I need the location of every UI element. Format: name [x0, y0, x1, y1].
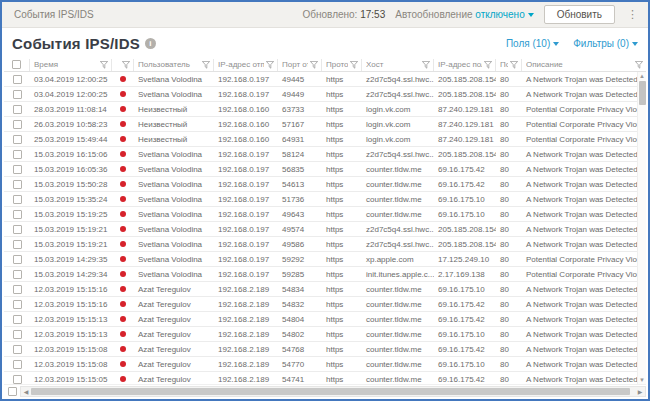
filter-icon[interactable]: [266, 61, 274, 69]
table-row[interactable]: 12.03.2019 15:15:13 Azat Teregulov 192.1…: [4, 312, 637, 327]
scroll-left-icon[interactable]: ◀: [21, 388, 31, 395]
filter-icon[interactable]: [122, 61, 130, 69]
table-row[interactable]: 12.03.2019 15:15:16 Azat Teregulov 192.1…: [4, 297, 637, 312]
table-row[interactable]: 15.03.2019 14:29:34 Svetlana Volodina 19…: [4, 267, 637, 282]
table-row[interactable]: 15.03.2019 14:29:35 Svetlana Volodina 19…: [4, 252, 637, 267]
horizontal-scrollbar-thumb[interactable]: [31, 388, 630, 395]
column-header-dst-ip[interactable]: IP-адрес получат...: [434, 59, 496, 71]
row-checkbox[interactable]: [13, 165, 22, 174]
vertical-scrollbar[interactable]: ▲ ▼: [637, 72, 646, 384]
cell-protocol: https: [322, 162, 362, 177]
cell-description: A Network Trojan was Detected: ET F: [522, 282, 637, 297]
row-checkbox[interactable]: [13, 330, 22, 339]
cell-time: 15.03.2019 14:29:34: [30, 267, 112, 282]
row-checkbox[interactable]: [13, 225, 22, 234]
filter-icon[interactable]: [422, 61, 430, 69]
autorefresh-control[interactable]: Автообновление отключено: [395, 9, 534, 20]
row-checkbox[interactable]: [13, 255, 22, 264]
table-row[interactable]: 15.03.2019 15:35:24 Svetlana Volodina 19…: [4, 192, 637, 207]
cell-status: [112, 327, 134, 342]
kebab-menu-icon[interactable]: ⋮: [625, 8, 640, 21]
row-checkbox[interactable]: [13, 135, 22, 144]
table-row[interactable]: 03.04.2019 12:00:25 Svetlana Volodina 19…: [4, 72, 637, 87]
row-checkbox[interactable]: [13, 120, 22, 129]
severity-dot-icon: [120, 211, 126, 217]
cell-time: 03.04.2019 12:00:25: [30, 87, 112, 102]
cell-description: Potential Corporate Privacy Violation: [522, 132, 637, 147]
table-row[interactable]: 15.03.2019 15:19:21 Svetlana Volodina 19…: [4, 237, 637, 252]
autorefresh-value[interactable]: отключено: [475, 9, 524, 20]
column-header-user[interactable]: Пользователь: [134, 59, 214, 71]
app-window: События IPS/IDS Обновлено: 17:53 Автообн…: [0, 0, 650, 401]
row-checkbox[interactable]: [13, 285, 22, 294]
horizontal-scrollbar[interactable]: ◀ ▶: [20, 386, 646, 397]
row-checkbox[interactable]: [13, 195, 22, 204]
row-checkbox[interactable]: [13, 150, 22, 159]
row-checkbox-cell: [4, 327, 30, 342]
filter-icon[interactable]: [635, 61, 643, 69]
table-row[interactable]: 15.03.2019 15:19:21 Svetlana Volodina 19…: [4, 222, 637, 237]
filter-icon[interactable]: [350, 61, 358, 69]
column-header-time[interactable]: Время: [30, 59, 112, 71]
cell-description: Potential Corporate Privacy Violation: [522, 267, 637, 282]
filter-icon[interactable]: [484, 61, 492, 69]
scroll-right-icon[interactable]: ▶: [635, 388, 645, 395]
row-checkbox[interactable]: [13, 105, 22, 114]
table-row[interactable]: 15.03.2019 16:05:36 Svetlana Volodina 19…: [4, 162, 637, 177]
refresh-button[interactable]: Обновить: [544, 5, 615, 24]
row-checkbox[interactable]: [13, 210, 22, 219]
table-row[interactable]: 12.03.2019 15:15:13 Azat Teregulov 192.1…: [4, 327, 637, 342]
column-header-protocol[interactable]: Проток...: [322, 59, 362, 71]
row-checkbox[interactable]: [13, 180, 22, 189]
cell-dst-port: 80: [496, 252, 522, 267]
row-checkbox[interactable]: [13, 375, 22, 384]
cell-status: [112, 192, 134, 207]
table-row[interactable]: 28.03.2019 11:08:14 Неизвестный 192.168.…: [4, 102, 637, 117]
filter-icon[interactable]: [202, 61, 210, 69]
row-checkbox[interactable]: [13, 90, 22, 99]
row-checkbox[interactable]: [13, 345, 22, 354]
breadcrumb[interactable]: События IPS/IDS: [14, 9, 94, 20]
cell-src-ip: 192.168.2.189: [214, 357, 278, 372]
table-row[interactable]: 12.03.2019 15:15:08 Azat Teregulov 192.1…: [4, 357, 637, 372]
vertical-scrollbar-thumb[interactable]: [639, 81, 646, 105]
table-row[interactable]: 03.04.2019 12:00:25 Svetlana Volodina 19…: [4, 87, 637, 102]
cell-src-ip: 192.168.2.189: [214, 327, 278, 342]
scroll-up-icon[interactable]: ▲: [639, 72, 645, 80]
select-all-checkbox[interactable]: [12, 60, 21, 69]
row-checkbox[interactable]: [13, 270, 22, 279]
row-checkbox-cell: [4, 207, 30, 222]
scroll-down-icon[interactable]: ▼: [639, 376, 645, 384]
cell-status: [112, 177, 134, 192]
cell-dst-port: 80: [496, 72, 522, 87]
row-checkbox[interactable]: [13, 315, 22, 324]
cell-user: Svetlana Volodina: [134, 72, 214, 87]
table-row[interactable]: 26.03.2019 10:58:23 Неизвестный 192.168.…: [4, 117, 637, 132]
row-checkbox-cell: [4, 267, 30, 282]
row-checkbox[interactable]: [13, 75, 22, 84]
table-row[interactable]: 12.03.2019 15:15:16 Azat Teregulov 192.1…: [4, 282, 637, 297]
table-row[interactable]: 15.03.2019 15:19:25 Svetlana Volodina 19…: [4, 207, 637, 222]
column-header-src-ip[interactable]: IP-адрес отпра...: [214, 59, 278, 71]
column-header-dst-port[interactable]: Порт ...: [496, 59, 522, 71]
cell-src-ip: 192.168.0.197: [214, 177, 278, 192]
filter-icon[interactable]: [510, 61, 518, 69]
table-row[interactable]: 15.03.2019 16:15:06 Svetlana Volodina 19…: [4, 147, 637, 162]
column-header-host[interactable]: Хост: [362, 59, 434, 71]
table-row[interactable]: 25.03.2019 15:49:44 Неизвестный 192.168.…: [4, 132, 637, 147]
column-header-status[interactable]: [112, 59, 134, 71]
table-row[interactable]: 15.03.2019 15:50:28 Svetlana Volodina 19…: [4, 177, 637, 192]
table-row[interactable]: 12.03.2019 15:15:08 Azat Teregulov 192.1…: [4, 342, 637, 357]
fields-dropdown[interactable]: Поля (10): [506, 38, 559, 49]
column-header-description[interactable]: Описание: [522, 59, 646, 71]
row-checkbox[interactable]: [13, 240, 22, 249]
row-checkbox[interactable]: [8, 387, 17, 396]
row-checkbox[interactable]: [13, 300, 22, 309]
row-checkbox[interactable]: [13, 360, 22, 369]
filters-dropdown[interactable]: Фильтры (0): [573, 38, 638, 49]
info-icon[interactable]: i: [145, 38, 156, 49]
filter-icon[interactable]: [100, 61, 108, 69]
column-header-src-port[interactable]: Порт отправит...: [278, 59, 322, 71]
filter-icon[interactable]: [310, 61, 318, 69]
cell-dst-port: 80: [496, 297, 522, 312]
